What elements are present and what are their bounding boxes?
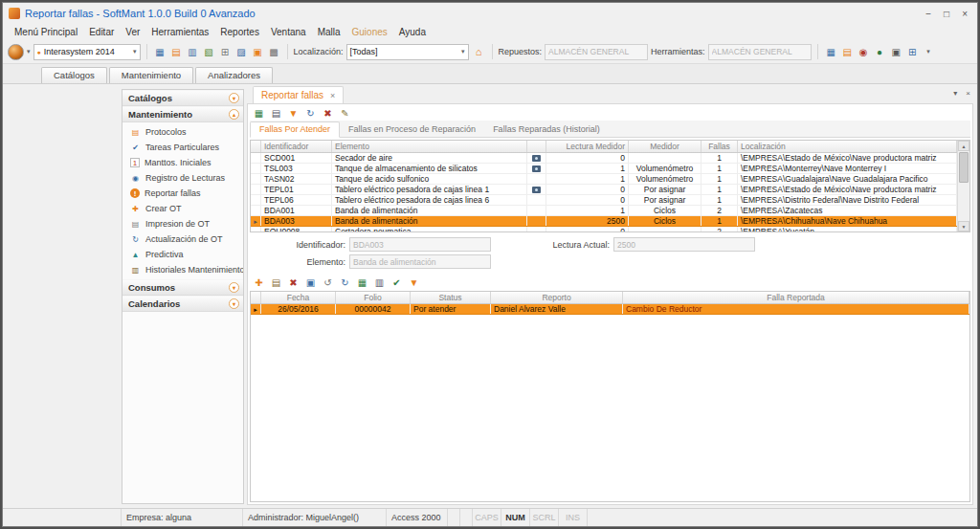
col-localizacion[interactable]: Localización bbox=[738, 141, 957, 152]
menu-editar[interactable]: Editar bbox=[83, 26, 120, 38]
cascade-windows-icon[interactable]: ▨ bbox=[234, 45, 249, 59]
open-report-icon[interactable]: ▤ bbox=[269, 276, 283, 290]
tab-mantenimiento[interactable]: Mantenimiento bbox=[109, 67, 193, 83]
fault-grid-row[interactable]: SCD001 Secador de aire 0 1 \EMPRESA\Esta… bbox=[251, 153, 957, 164]
menu-principal[interactable]: Menú Principal bbox=[9, 26, 83, 38]
menu-guiones[interactable]: Guiones bbox=[346, 26, 393, 38]
subtab-fallas-por-atender[interactable]: Fallas Por Atender bbox=[250, 121, 340, 138]
panel-close-icon[interactable]: × bbox=[966, 89, 970, 98]
refresh-icon[interactable]: ↻ bbox=[338, 276, 352, 290]
sidebar-item-reportar-fallas[interactable]: !Reportar fallas bbox=[122, 186, 243, 201]
sidebar-item-tareas-particulares[interactable]: ✔Tareas Particulares bbox=[122, 140, 243, 155]
col-folio[interactable]: Folio bbox=[336, 292, 411, 303]
minimize-button[interactable]: − bbox=[925, 9, 931, 19]
col-elemento[interactable]: Elemento bbox=[332, 141, 527, 152]
add-window-icon[interactable]: ⊞ bbox=[905, 45, 920, 59]
col-identificador[interactable]: Identificador bbox=[261, 141, 332, 152]
layout-form-icon[interactable]: ▤ bbox=[169, 45, 184, 59]
fault-grid-row[interactable]: TSL003 Tanque de almacenamiento de silic… bbox=[251, 164, 957, 174]
new-window-icon[interactable]: ⊞ bbox=[218, 45, 233, 59]
col-fecha[interactable]: Fecha bbox=[261, 292, 336, 303]
col-lectura-medidor[interactable]: Lectura Medidor bbox=[546, 141, 629, 152]
close-button[interactable]: × bbox=[962, 9, 968, 19]
panel-menu-icon[interactable]: ▾ bbox=[953, 89, 957, 98]
chevron-down-icon[interactable]: ▾ bbox=[229, 282, 239, 293]
chevron-down-icon[interactable]: ▾ bbox=[229, 298, 239, 309]
app-logo-button[interactable] bbox=[8, 44, 24, 60]
layout-split-icon[interactable]: ▧ bbox=[202, 45, 216, 59]
export-icon[interactable]: ▦ bbox=[355, 276, 369, 290]
tab-analizadores[interactable]: Analizadores bbox=[195, 67, 273, 83]
col-reporto[interactable]: Reporto bbox=[491, 292, 623, 303]
fault-grid-row[interactable]: TEPL06 Tablero eléctrico pesadora de caj… bbox=[251, 195, 957, 206]
maximize-button[interactable]: □ bbox=[944, 9, 949, 19]
print-icon[interactable]: ▤ bbox=[269, 106, 283, 121]
columns-icon[interactable]: ▥ bbox=[372, 276, 387, 290]
scroll-down-icon[interactable]: ▼ bbox=[958, 221, 969, 231]
add-report-icon[interactable]: ✚ bbox=[252, 276, 266, 290]
layout-columns-icon[interactable]: ▥ bbox=[186, 45, 200, 59]
card-view-icon[interactable]: ▤ bbox=[840, 45, 855, 59]
export-grid-icon[interactable]: ▦ bbox=[252, 106, 266, 121]
vertical-scrollbar[interactable]: ▲ ▼ bbox=[957, 141, 969, 231]
sidebar-item-registro-lecturas[interactable]: ◉Registro de Lecturas bbox=[122, 170, 243, 186]
table-view-icon[interactable]: ▦ bbox=[824, 45, 838, 59]
col-medidor[interactable]: Medidor bbox=[629, 141, 702, 152]
tile-windows-icon[interactable]: ▣ bbox=[251, 45, 265, 59]
record-icon[interactable]: ● bbox=[873, 45, 887, 59]
company-select[interactable]: ● Interasystem 2014 ▾ bbox=[33, 44, 141, 60]
sidebar-group-catalogos[interactable]: Catálogos ▾ bbox=[122, 90, 243, 106]
menu-herramientas[interactable]: Herramientas bbox=[145, 26, 214, 38]
scroll-up-icon[interactable]: ▲ bbox=[958, 141, 969, 151]
panel-icon[interactable]: ▣ bbox=[889, 45, 903, 59]
chevron-down-icon[interactable]: ▾ bbox=[229, 93, 239, 103]
save-report-icon[interactable]: ▣ bbox=[303, 276, 318, 290]
refresh-icon[interactable]: ↻ bbox=[303, 106, 318, 121]
toolbar-overflow-icon[interactable]: ▾ bbox=[922, 45, 936, 59]
subtab-fallas-en-proceso[interactable]: Fallas en Proceso de Reparación bbox=[340, 122, 484, 137]
fault-grid-row[interactable]: TEPL01 Tablero eléctrico pesadora de caj… bbox=[251, 185, 957, 195]
menu-reportes[interactable]: Reportes bbox=[214, 26, 265, 38]
menu-malla[interactable]: Malla bbox=[312, 26, 346, 38]
fault-grid-row[interactable]: BDA001 Banda de alimentación 1 Ciclos 2 … bbox=[251, 206, 957, 216]
logo-dropdown-icon[interactable]: ▾ bbox=[27, 48, 31, 55]
subtab-fallas-reparadas[interactable]: Fallas Reparadas (Historial) bbox=[484, 122, 609, 137]
localizacion-select[interactable]: [Todas] ▾ bbox=[346, 44, 469, 60]
sidebar-group-mantenimiento[interactable]: Mantenimiento ▴ bbox=[122, 106, 243, 122]
confirm-icon[interactable]: ✔ bbox=[390, 276, 404, 290]
fault-grid-row-selected[interactable]: ▸ BDA003 Banda de alimentación 2500 Cicl… bbox=[251, 216, 957, 227]
menu-ayuda[interactable]: Ayuda bbox=[393, 26, 432, 38]
sidebar-group-consumos[interactable]: Consumos ▾ bbox=[122, 279, 243, 296]
chevron-up-icon[interactable]: ▴ bbox=[229, 109, 239, 120]
sidebar-item-historiales[interactable]: ▥Historiales Mantenimiento bbox=[122, 262, 243, 277]
tab-reportar-fallas[interactable]: Reportar fallas × bbox=[253, 86, 344, 103]
col-falla-reportada[interactable]: Falla Reportada bbox=[623, 292, 969, 303]
tab-close-icon[interactable]: × bbox=[330, 91, 335, 100]
clear-filter-icon[interactable]: ✖ bbox=[321, 106, 335, 121]
sidebar-item-predictiva[interactable]: ▲Predictiva bbox=[122, 247, 243, 262]
sidebar-item-protocolos[interactable]: ▤Protocolos bbox=[122, 124, 243, 140]
sidebar-item-actualizacion-ot[interactable]: ↻Actualización de OT bbox=[122, 231, 243, 247]
home-icon[interactable]: ⌂ bbox=[472, 45, 486, 59]
sidebar-group-calendarios[interactable]: Calendarios ▾ bbox=[122, 296, 243, 312]
scrollbar-thumb[interactable] bbox=[959, 152, 969, 183]
fault-grid-row[interactable]: TASN02 Tanque de acido sulfonico 1 Volum… bbox=[251, 174, 957, 185]
filter-icon[interactable]: ▼ bbox=[286, 106, 301, 121]
undo-icon[interactable]: ↺ bbox=[321, 276, 335, 290]
col-status[interactable]: Status bbox=[411, 292, 491, 303]
report-grid-row-selected[interactable]: ▸ 26/05/2016 00000042 Por atender Daniel… bbox=[251, 304, 969, 315]
fault-grid-row[interactable]: EQU0008 Cortadora neumatica 0 2 \EMPRESA… bbox=[251, 227, 957, 232]
edit-icon[interactable]: ✎ bbox=[338, 106, 352, 121]
col-foto[interactable] bbox=[527, 141, 546, 152]
col-fallas[interactable]: Fallas bbox=[702, 141, 738, 152]
layout-grid-icon[interactable]: ▦ bbox=[153, 45, 167, 59]
sidebar-item-impresion-ot[interactable]: ▤Impresion de OT bbox=[122, 216, 243, 231]
filter-icon[interactable]: ▼ bbox=[407, 276, 421, 290]
delete-report-icon[interactable]: ✖ bbox=[286, 276, 301, 290]
target-icon[interactable]: ◉ bbox=[857, 45, 871, 59]
menu-ver[interactable]: Ver bbox=[120, 26, 145, 38]
tab-catalogos[interactable]: Catálogos bbox=[41, 67, 107, 83]
menu-ventana[interactable]: Ventana bbox=[265, 26, 312, 38]
sidebar-item-manttos-iniciales[interactable]: 1Manttos. Iniciales bbox=[122, 155, 243, 170]
sidebar-item-crear-ot[interactable]: ✚Crear OT bbox=[122, 201, 243, 216]
